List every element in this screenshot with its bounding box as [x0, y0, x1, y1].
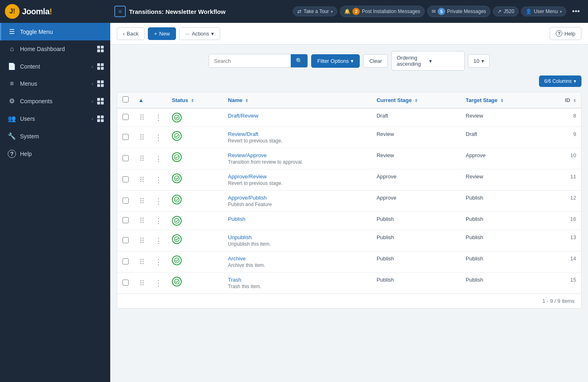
status-published-icon[interactable]: [172, 277, 182, 286]
sidebar-item-components[interactable]: ⚙ Components ›: [0, 92, 110, 110]
logo[interactable]: J! Joomla!: [5, 4, 111, 19]
row-check-14[interactable]: [122, 258, 129, 264]
row-drag-13[interactable]: ⠿: [134, 230, 150, 251]
row-id-11: 11: [544, 169, 581, 191]
row-actions-icon[interactable]: ⋮: [155, 133, 162, 142]
item-link-16[interactable]: Publish: [228, 216, 367, 222]
row-actions-icon[interactable]: ⋮: [155, 113, 162, 122]
item-link-10[interactable]: Review/Approve: [228, 152, 367, 158]
header-id[interactable]: ID ⇕: [544, 92, 581, 108]
row-status-10[interactable]: [167, 148, 223, 169]
select-all-checkbox[interactable]: [122, 96, 129, 102]
row-id-12: 12: [544, 191, 581, 212]
row-drag-9[interactable]: ⠿: [134, 127, 150, 148]
nav-pill-tour[interactable]: ⇄ Take a Tour ▾: [293, 7, 337, 16]
item-link-11[interactable]: Approve/Review: [228, 173, 367, 180]
sidebar-item-help[interactable]: ? Help: [0, 145, 110, 163]
row-check-8[interactable]: [122, 114, 129, 120]
status-published-icon[interactable]: [172, 173, 182, 183]
status-published-icon[interactable]: [172, 113, 182, 122]
status-published-icon[interactable]: [172, 195, 182, 204]
search-button[interactable]: 🔍: [291, 54, 307, 67]
row-check-13[interactable]: [122, 237, 129, 243]
status-published-icon[interactable]: [172, 152, 182, 162]
row-check-10[interactable]: [122, 155, 129, 161]
row-actions-icon[interactable]: ⋮: [155, 279, 162, 287]
row-status-11[interactable]: [167, 169, 223, 191]
header-status[interactable]: Status ⇕: [167, 92, 223, 108]
row-actions-icon[interactable]: ⋮: [155, 217, 162, 225]
row-status-12[interactable]: [167, 191, 223, 212]
row-status-9[interactable]: [167, 127, 223, 148]
status-published-icon[interactable]: [172, 255, 182, 265]
header-current-stage[interactable]: Current Stage ⇕: [372, 92, 461, 108]
nav-pill-priv-msg[interactable]: ✉ 5 Private Messages: [427, 6, 490, 17]
status-published-icon[interactable]: [172, 234, 182, 244]
row-actions-icon[interactable]: ⋮: [155, 237, 162, 245]
row-drag-12[interactable]: ⠿: [134, 191, 150, 212]
sidebar-item-system[interactable]: 🔧 System: [0, 127, 110, 145]
row-check-16[interactable]: [122, 217, 129, 223]
row-drag-16[interactable]: ⠿: [134, 212, 150, 230]
row-status-15[interactable]: [167, 273, 223, 294]
search-input[interactable]: [209, 55, 291, 67]
row-target-stage-11: Review: [461, 169, 544, 191]
per-page-select[interactable]: 10 ▾: [468, 54, 489, 68]
row-drag-8[interactable]: ⠿: [134, 108, 150, 127]
row-check-11[interactable]: [122, 176, 129, 182]
item-link-13[interactable]: Unpublish: [228, 234, 367, 240]
item-link-14[interactable]: Archive: [228, 255, 367, 262]
row-actions-icon[interactable]: ⋮: [155, 197, 162, 205]
back-button[interactable]: ‹ Back: [117, 27, 145, 40]
row-menu-10[interactable]: ⋮: [150, 148, 167, 169]
row-name-16: Publish: [223, 212, 372, 230]
row-drag-14[interactable]: ⠿: [134, 251, 150, 273]
item-link-15[interactable]: Trash: [228, 277, 367, 283]
nav-pill-install-msg[interactable]: 🔔 2 Post Installation Messages: [340, 6, 425, 17]
header-name[interactable]: Name ⇕: [223, 92, 372, 108]
row-check-15[interactable]: [122, 280, 129, 286]
new-button[interactable]: + New: [148, 27, 176, 40]
row-actions-icon[interactable]: ⋮: [155, 155, 162, 163]
columns-button[interactable]: 6/6 Columns ▾: [539, 76, 581, 87]
row-id-9: 9: [544, 127, 581, 148]
item-link-12[interactable]: Approve/Publish: [228, 195, 367, 201]
item-link-8[interactable]: Draft/Review: [228, 113, 367, 119]
sidebar-item-menus[interactable]: ≡ Menus ›: [0, 75, 110, 92]
row-status-16[interactable]: [167, 212, 223, 230]
row-drag-11[interactable]: ⠿: [134, 169, 150, 191]
clear-button[interactable]: Clear: [363, 54, 388, 68]
ordering-select[interactable]: Ordering ascending ▾: [391, 51, 465, 71]
row-menu-13[interactable]: ⋮: [150, 230, 167, 251]
status-published-icon[interactable]: [172, 131, 182, 141]
row-menu-12[interactable]: ⋮: [150, 191, 167, 212]
row-status-8[interactable]: [167, 108, 223, 127]
row-drag-15[interactable]: ⠿: [134, 273, 150, 294]
row-menu-8[interactable]: ⋮: [150, 108, 167, 127]
row-actions-icon[interactable]: ⋮: [155, 176, 162, 184]
item-link-9[interactable]: Review/Draft: [228, 131, 367, 137]
sidebar-item-content[interactable]: 📄 Content ›: [0, 58, 110, 75]
sidebar-item-home[interactable]: ⌂ Home Dashboard: [0, 40, 110, 58]
row-status-14[interactable]: [167, 251, 223, 273]
sidebar-item-users[interactable]: 👥 Users ›: [0, 110, 110, 127]
row-drag-10[interactable]: ⠿: [134, 148, 150, 169]
row-check-9[interactable]: [122, 134, 129, 140]
more-button[interactable]: •••: [569, 6, 583, 18]
row-menu-16[interactable]: ⋮: [150, 212, 167, 230]
row-menu-14[interactable]: ⋮: [150, 251, 167, 273]
help-button[interactable]: ? Help: [550, 27, 581, 40]
header-target-stage[interactable]: Target Stage ⇕: [461, 92, 544, 108]
sidebar-item-toggle[interactable]: ☰ Toggle Menu: [0, 23, 110, 40]
row-menu-15[interactable]: ⋮: [150, 273, 167, 294]
row-status-13[interactable]: [167, 230, 223, 251]
row-actions-icon[interactable]: ⋮: [155, 258, 162, 266]
nav-pill-user-menu[interactable]: 👤 User Menu ▾: [521, 7, 566, 16]
row-menu-11[interactable]: ⋮: [150, 169, 167, 191]
row-check-12[interactable]: [122, 198, 129, 204]
nav-pill-j520[interactable]: ↗ J520: [493, 7, 519, 16]
filter-options-button[interactable]: Filter Options ▾: [311, 54, 360, 68]
row-menu-9[interactable]: ⋮: [150, 127, 167, 148]
status-published-icon[interactable]: [172, 216, 182, 226]
actions-button[interactable]: ··· Actions ▾: [179, 27, 220, 40]
